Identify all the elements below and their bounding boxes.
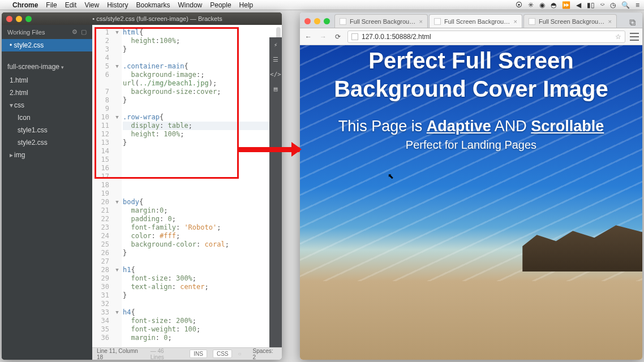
code-icon[interactable]: </> (269, 67, 282, 81)
tray-icon[interactable]: ⏩ (562, 1, 570, 9)
browser-tab[interactable]: Full Screen Background× (334, 14, 428, 28)
address-bar[interactable]: 127.0.0.1:50888/2.html ☆ (347, 31, 625, 43)
split-icon[interactable]: ▢ (81, 28, 87, 36)
forward-button[interactable]: → (318, 32, 328, 42)
reload-button[interactable]: ⟳ (333, 32, 343, 42)
code-editor[interactable]: 1234567891011121314151617181920212223242… (92, 25, 282, 347)
browser-tab[interactable]: Full Screen Background× (523, 14, 617, 28)
menu-edit[interactable]: Edit (65, 1, 77, 9)
chrome-menu-button[interactable] (630, 33, 639, 41)
brackets-window: • css/style2.css (full-screen-image) — B… (2, 12, 282, 360)
tree-item[interactable]: ▸img (2, 149, 92, 161)
tray-icon[interactable]: ✳ (528, 1, 534, 9)
mouse-cursor-icon: ⬉ (388, 172, 394, 180)
status-position: Line 11, Column 18 (97, 348, 145, 360)
mac-menubar: Chrome File Edit View History Bookmarks … (0, 0, 644, 10)
bookmark-star-icon[interactable]: ☆ (615, 33, 621, 41)
panel-icon[interactable]: ▤ (269, 81, 282, 96)
favicon-icon (434, 18, 441, 25)
tree-item[interactable]: style1.css (2, 124, 92, 136)
project-name[interactable]: full-screen-image ▾ (2, 59, 92, 74)
menu-people[interactable]: People (210, 1, 231, 9)
page-icon (351, 33, 358, 40)
close-tab-icon[interactable]: × (608, 18, 612, 25)
working-files-header: Working Files ⚙▢ (2, 25, 92, 39)
page-viewport: Perfect Full Screen Background Cover Ima… (300, 45, 642, 360)
page-content: Perfect Full Screen Background Cover Ima… (300, 45, 642, 152)
page-h3: Perfect for Landing Pages (311, 139, 631, 152)
url-text: 127.0.0.1:50888/2.html (362, 33, 431, 41)
tree-item[interactable]: ▾css (2, 99, 92, 111)
tree-item[interactable]: 1.html (2, 74, 92, 87)
brackets-title: • css/style2.css (full-screen-image) — B… (37, 15, 277, 22)
status-lines: — 46 Lines (151, 348, 178, 360)
chrome-tabstrip: Full Screen Background×Full Screen Backg… (300, 12, 642, 28)
brackets-statusbar: Line 11, Column 18 — 46 Lines INS CSS ○ … (92, 347, 282, 360)
spotlight-icon[interactable]: 🔍 (621, 1, 630, 9)
close-tab-icon[interactable]: × (514, 18, 517, 25)
menubar-app[interactable]: Chrome (12, 1, 38, 9)
tree-item[interactable]: style2.css (2, 136, 92, 149)
working-file-item[interactable]: • style2.css (2, 39, 92, 51)
wifi-icon[interactable]: ⌔ (600, 1, 604, 9)
battery-icon[interactable]: ▮▯ (587, 1, 595, 9)
brackets-rightbar: ⚡ ☰ </> ▤ (269, 37, 282, 347)
annotation-arrow (238, 147, 300, 152)
code-area[interactable]: html{ height:100%;}.container-main{ back… (122, 25, 282, 347)
chrome-toolbar: ← → ⟳ 127.0.0.1:50888/2.html ☆ (300, 28, 642, 45)
menu-file[interactable]: File (46, 1, 57, 9)
fold-column[interactable]: ▼▼▼▼▼▼ (113, 25, 122, 347)
page-h2: This Page is Adaptive AND Scrollable (311, 118, 631, 135)
gutter: 1234567891011121314151617181920212223242… (92, 25, 113, 347)
brackets-titlebar[interactable]: • css/style2.css (full-screen-image) — B… (2, 12, 282, 25)
tree-item[interactable]: Icon (2, 111, 92, 124)
close-tab-icon[interactable]: × (419, 18, 423, 25)
new-tab-button[interactable]: ⧉ (626, 18, 639, 28)
chrome-window: Full Screen Background×Full Screen Backg… (300, 12, 642, 360)
menu-view[interactable]: View (84, 1, 99, 9)
favicon-icon (340, 18, 346, 25)
menu-bookmarks[interactable]: Bookmarks (136, 1, 170, 9)
status-circle[interactable]: ○ (238, 351, 241, 357)
page-h1: Perfect Full Screen Background Cover Ima… (311, 46, 631, 103)
traffic-lights[interactable] (304, 18, 330, 24)
status-spaces[interactable]: Spaces: 2 (253, 348, 277, 360)
tree-item[interactable]: 2.html (2, 87, 92, 99)
status-lang[interactable]: CSS (213, 350, 233, 358)
clock-icon[interactable]: ◷ (610, 1, 616, 9)
brackets-sidebar: Working Files ⚙▢ • style2.css full-scree… (2, 25, 92, 360)
live-preview-icon[interactable]: ⚡ (269, 37, 282, 52)
tray-icon[interactable]: ◀ (576, 1, 581, 9)
menubar-tray: ⦿ ✳ ◉ ◓ ⏩ ◀ ▮▯ ⌔ ◷ 🔍 ≡ (516, 1, 639, 9)
status-ins[interactable]: INS (190, 350, 207, 358)
traffic-lights[interactable] (6, 16, 32, 22)
browser-tab[interactable]: Full Screen Background× (429, 14, 522, 28)
menu-window[interactable]: Window (178, 1, 203, 9)
gear-icon[interactable]: ⚙ (72, 28, 78, 36)
extensions-icon[interactable]: ☰ (269, 52, 282, 67)
tray-icon[interactable]: ◉ (539, 1, 545, 9)
working-files-label: Working Files (7, 29, 45, 36)
favicon-icon (529, 18, 535, 25)
tray-icon[interactable]: ⦿ (516, 1, 522, 9)
back-button[interactable]: ← (303, 32, 314, 42)
menu-help[interactable]: Help (239, 1, 254, 9)
tray-icon[interactable]: ◓ (551, 1, 556, 9)
menu-history[interactable]: History (107, 1, 128, 9)
menu-icon[interactable]: ≡ (636, 1, 639, 9)
